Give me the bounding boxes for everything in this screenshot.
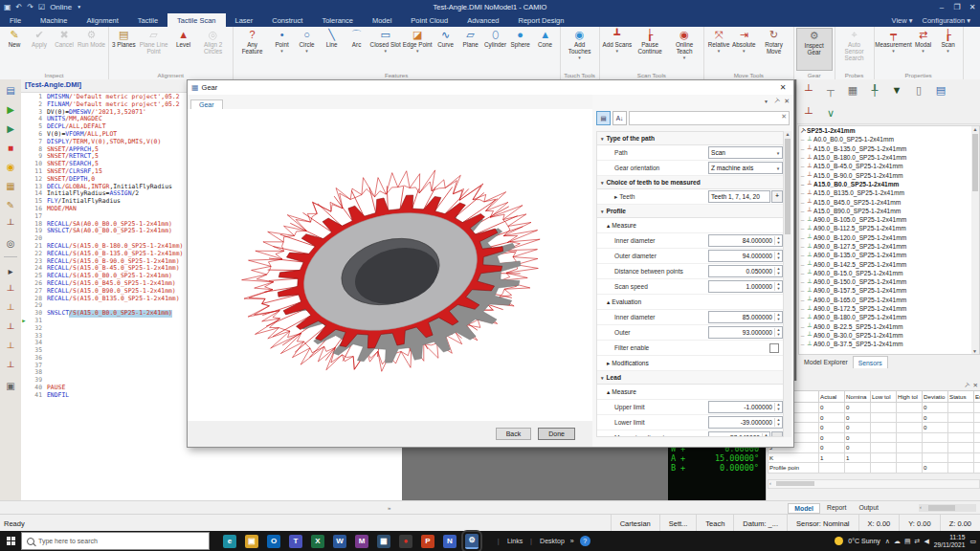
section-type-of-the-path[interactable]: ▾Type of the path — [597, 132, 783, 145]
help-icon[interactable]: ? — [580, 536, 590, 546]
alphabetical-sort-icon[interactable]: A↓ — [612, 111, 627, 125]
relative-button[interactable]: ⤧Relative▾ — [706, 28, 731, 71]
view-tab-output[interactable]: Output — [853, 503, 883, 514]
section-choice-of-teeth-to-be-measured[interactable]: ▾Choice of teeth to be measured — [597, 176, 783, 189]
path-input[interactable]: Scan▾ — [708, 146, 783, 159]
table-row[interactable]: I00 — [768, 432, 980, 443]
weather-status[interactable]: 0°C Sunny — [848, 538, 880, 544]
tab-overflow-icon[interactable]: » — [388, 505, 390, 511]
status-segment[interactable]: Datum: _... — [733, 515, 787, 532]
step-arrow-icon[interactable]: ▸ — [3, 263, 18, 278]
ribbon-tab-file[interactable]: File — [0, 13, 31, 27]
path-dropdown-icon[interactable]: ▾ — [774, 150, 782, 156]
view-tab-model[interactable]: Model — [788, 503, 820, 514]
onedrive-icon[interactable]: ☁ — [894, 538, 901, 545]
lower-limit-spinner[interactable]: ▲▼ — [774, 418, 782, 427]
sensor-item[interactable]: –┴A90.0_B-135.0_SP25-1-2x41mm — [799, 251, 979, 259]
start-button[interactable] — [0, 531, 21, 551]
sensor-item[interactable]: –┴A90.0_B-105.0_SP25-1-2x41mm — [799, 215, 979, 224]
sensor-item[interactable]: –┴A15.0_B90.0_SP25-1-2x41mm — [799, 207, 979, 215]
probe-e-icon[interactable]: ┴ — [3, 359, 18, 374]
record-icon[interactable]: ◉ — [3, 159, 18, 174]
dropdown-caret-icon[interactable]: ▾ — [892, 49, 895, 53]
tree-scrollbar[interactable]: ▲▼ — [971, 126, 979, 354]
save-sensors-icon[interactable]: ▤ — [931, 81, 950, 99]
plane-button[interactable]: ▱Plane — [458, 28, 483, 71]
dropdown-caret-icon[interactable]: ▾ — [305, 49, 308, 53]
powerpoint-icon[interactable]: P — [421, 535, 434, 548]
scan-speed-input[interactable]: 1.000000▲▼ — [708, 280, 783, 293]
outer-diameter-input[interactable]: 94.000000▲▼ — [708, 250, 783, 262]
teams-icon[interactable]: T — [289, 535, 302, 548]
upper-limit-spinner[interactable]: ▲▼ — [774, 403, 782, 411]
probe-a-icon[interactable]: ┴ — [3, 282, 18, 298]
add-teeth-button[interactable]: + — [771, 190, 783, 203]
back-button[interactable]: Back — [496, 428, 532, 440]
property-grid-scrollbar[interactable]: ▲ — [784, 131, 791, 437]
distance-between-points-spinner[interactable]: ▲▼ — [774, 267, 782, 276]
sensor-item[interactable]: –┴A15.0_B-135.0_SP25-1-2x41mm — [799, 144, 979, 153]
level-button[interactable]: ▲Level — [171, 28, 196, 71]
row-expand-icon[interactable]: ▸ — [614, 193, 617, 201]
view-tab-report[interactable]: Report — [821, 503, 852, 514]
sensor-item[interactable]: –┴A90.0_B-30.0_SP25-1-2x41mm — [799, 331, 979, 340]
ribbon-tab-model[interactable]: Model — [363, 13, 401, 27]
sensor-item[interactable]: –┴A15.0_B-180.0_SP25-1-2x41mm — [799, 153, 979, 162]
panel-pin-icon[interactable]: ⊤ — [771, 97, 781, 106]
run-check-icon[interactable]: ☑ — [38, 3, 45, 11]
edge-point-button[interactable]: ◪Edge Point▾ — [402, 28, 434, 71]
probe-d-icon[interactable]: ┴ — [3, 340, 18, 355]
status-segment[interactable]: Teach — [696, 515, 733, 532]
modal-button[interactable]: ⇄Modal▾ — [911, 28, 936, 71]
online-teach-button[interactable]: ◉Online Teach▾ — [667, 28, 702, 71]
outer-diameter-spinner[interactable]: ▲▼ — [774, 252, 782, 260]
absolute-button[interactable]: ⇥Absolute▾ — [731, 28, 757, 71]
done-button[interactable]: Done — [538, 428, 575, 440]
section-profile[interactable]: ▾Profile — [597, 205, 783, 218]
inner-diameter-input[interactable]: 85.000000▲▼ — [708, 311, 783, 323]
subsection-measure[interactable]: ▴Measure — [597, 218, 783, 233]
delete-sensor-icon[interactable]: ▯ — [909, 81, 928, 99]
gear-tab[interactable]: Gear — [190, 99, 223, 109]
outer-spinner[interactable]: ▲▼ — [774, 328, 782, 337]
ribbon-tab-laser[interactable]: Laser — [226, 13, 263, 27]
clock[interactable]: 11:1529/11/2021 — [934, 534, 966, 548]
add-scans-button[interactable]: ┻Add Scans▾ — [602, 28, 633, 71]
ribbon-tab-tactile-scan[interactable]: Tactile Scan — [167, 13, 225, 27]
inspect-gear-button[interactable]: ⚙Inspect Gear — [796, 28, 833, 71]
photos-icon[interactable]: M — [355, 535, 368, 548]
dropdown-caret-icon[interactable]: ▾ — [416, 49, 419, 53]
sensor-item[interactable]: –┴A0.0_B0.0_SP25-1-2x41mm — [799, 135, 979, 143]
usb-icon[interactable]: ⇄ — [915, 538, 921, 545]
curve-button[interactable]: ∿Curve — [434, 28, 458, 71]
pin-icon[interactable]: ⊤ — [962, 381, 971, 390]
measuring-diameter-spinner[interactable]: ▲▼ — [762, 433, 769, 437]
ribbon-tab-alignment[interactable]: Alignment — [77, 13, 127, 27]
redo-icon[interactable]: ↷ — [27, 3, 33, 11]
sensor-item[interactable]: –┴A90.0_B-180.0_SP25-1-2x41mm — [799, 313, 979, 321]
status-segment[interactable]: Sensor: Nominal — [787, 515, 858, 532]
tab-sensors[interactable]: Sensors — [853, 356, 888, 368]
sensor-item[interactable]: –┴A90.0_B-165.0_SP25-1-2x41mm — [799, 296, 979, 304]
table-row[interactable]: 000 — [768, 412, 980, 423]
probe-setup-icon[interactable]: ┴ — [3, 216, 18, 231]
ribbon-tab-construct[interactable]: Construct — [262, 13, 312, 27]
sensor-item[interactable]: –┴A90.0_B-127.5_SP25-1-2x41mm — [799, 242, 979, 251]
circle-button[interactable]: ○Circle▾ — [295, 28, 320, 71]
ribbon-tab-tactile[interactable]: Tactile — [128, 13, 167, 27]
table-row[interactable]: 000 — [768, 423, 980, 433]
cone-button[interactable]: ▲Cone — [533, 28, 558, 71]
sensor-item[interactable]: –┴A90.0_B-37.5_SP25-1-2x41mm — [799, 340, 979, 348]
run-icon[interactable]: ▶ — [3, 101, 18, 117]
arc-button[interactable]: ⌒Arc — [345, 28, 369, 71]
probe-calibrate-icon[interactable]: ┴ — [799, 81, 818, 99]
close-button[interactable]: ✕ — [965, 3, 980, 11]
subsection-modifications[interactable]: ▸Modifications — [597, 356, 783, 371]
online-toggle[interactable]: Online — [50, 3, 72, 11]
dropdown-caret-icon[interactable]: ▾ — [616, 49, 619, 53]
status-segment[interactable]: Z: 0.00 — [940, 515, 980, 532]
dropdown-caret-icon[interactable]: ▾ — [280, 49, 283, 53]
scan-speed-spinner[interactable]: ▲▼ — [774, 282, 782, 291]
dropdown-caret-icon[interactable]: ▾ — [683, 55, 686, 59]
subsection-measure[interactable]: ▴Measure — [597, 385, 783, 400]
